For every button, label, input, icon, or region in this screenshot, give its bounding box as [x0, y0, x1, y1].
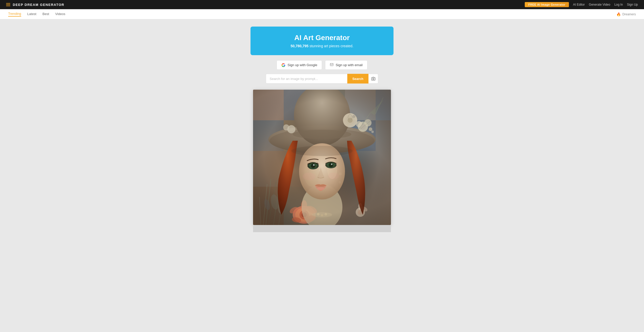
- tab-trending[interactable]: Trending: [8, 12, 21, 17]
- hamburger-menu-icon[interactable]: [6, 3, 10, 6]
- artwork-svg: [253, 90, 391, 225]
- hero-subtitle: 50,780,795 stunning art pieces created.: [259, 44, 385, 48]
- dreamers-label: Dreamers: [622, 13, 636, 16]
- brand-name: DEEP DREAM GENERATOR: [13, 3, 64, 7]
- hero-subtitle-text: stunning art pieces created.: [309, 44, 353, 48]
- svg-rect-0: [330, 63, 333, 66]
- nav-link-ai-editor[interactable]: AI Editor: [573, 3, 585, 6]
- nav-link-generate-video[interactable]: Generate Video: [589, 3, 610, 6]
- svg-rect-77: [253, 90, 391, 225]
- tab-latest[interactable]: Latest: [27, 12, 36, 16]
- camera-icon: [371, 77, 375, 81]
- search-container: Search: [266, 74, 378, 84]
- camera-search-button[interactable]: [368, 74, 378, 84]
- google-icon: [281, 63, 285, 67]
- sub-navigation: Trending Latest Best Videos 🔥 Dreamers: [0, 9, 644, 19]
- bottom-strip: [253, 225, 391, 232]
- google-signup-button[interactable]: Sign up with Google: [277, 60, 322, 70]
- nav-link-login[interactable]: Log In: [614, 3, 623, 6]
- top-navigation: DEEP DREAM GENERATOR FREE AI Image Gener…: [0, 0, 644, 9]
- free-ai-button[interactable]: FREE AI Image Generator: [525, 2, 569, 7]
- search-button[interactable]: Search: [347, 74, 368, 84]
- dreamers-section: 🔥 Dreamers: [616, 12, 636, 16]
- hero-banner: AI Art Generator 50,780,795 stunning art…: [251, 27, 393, 55]
- google-signup-label: Sign up with Google: [288, 63, 317, 67]
- email-signup-label: Sign up with email: [336, 63, 363, 67]
- dreamers-icon: 🔥: [616, 12, 621, 16]
- search-input[interactable]: [266, 74, 347, 84]
- main-artwork-container[interactable]: [253, 90, 391, 225]
- nav-right: FREE AI Image Generator AI Editor Genera…: [525, 2, 638, 7]
- email-icon: [330, 63, 333, 67]
- main-content: AI Art Generator 50,780,795 stunning art…: [0, 19, 644, 239]
- sub-nav-tabs: Trending Latest Best Videos: [8, 12, 65, 17]
- main-artwork-image: [253, 90, 391, 225]
- email-signup-button[interactable]: Sign up with email: [325, 60, 367, 70]
- hero-title: AI Art Generator: [259, 34, 385, 42]
- auth-buttons: Sign up with Google Sign up with email: [277, 60, 367, 70]
- tab-videos[interactable]: Videos: [55, 12, 65, 16]
- nav-left: DEEP DREAM GENERATOR: [6, 3, 64, 7]
- tab-best[interactable]: Best: [42, 12, 49, 16]
- svg-point-1: [373, 78, 374, 79]
- nav-link-signup[interactable]: Sign Up: [627, 3, 638, 6]
- hero-count: 50,780,795: [291, 44, 308, 48]
